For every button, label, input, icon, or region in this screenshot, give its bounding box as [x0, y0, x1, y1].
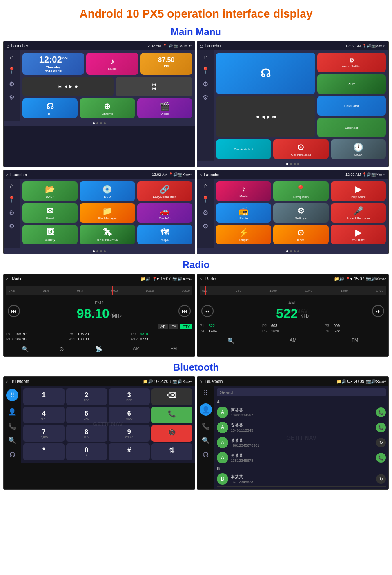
- bt-tile[interactable]: ☊ BT: [22, 98, 78, 118]
- fm-next-btn[interactable]: ⏭: [178, 305, 191, 317]
- radio-tile[interactable]: 87.50 FM ~~~~~: [140, 53, 192, 75]
- bt-dialer-home[interactable]: ⌂: [6, 379, 9, 384]
- bt-contacts-person-icon[interactable]: 👤: [200, 403, 212, 416]
- sidebar-sliders[interactable]: ⚙: [9, 80, 15, 88]
- am-am-btn[interactable]: AM: [290, 338, 296, 344]
- youtube-tile[interactable]: ▶ YouTube: [331, 225, 386, 244]
- sidebar-2-eq[interactable]: ⚙: [203, 80, 208, 88]
- home-3[interactable]: ⌂: [6, 172, 9, 177]
- dial-7[interactable]: 7 PQRS: [23, 425, 65, 442]
- dial-call-btn[interactable]: 📞: [151, 407, 193, 423]
- contact-5-refresh[interactable]: ↻: [376, 474, 386, 484]
- fm-prev-btn[interactable]: ⏮: [8, 305, 20, 317]
- home-4[interactable]: ⌂: [200, 172, 202, 177]
- am-next-btn[interactable]: ⏭: [372, 305, 384, 317]
- music-tile-4[interactable]: ♪ Music: [216, 181, 271, 201]
- skip-fwd-icon[interactable]: ⏭: [75, 85, 78, 89]
- close-icon[interactable]: ✕: [180, 44, 183, 48]
- home-icon[interactable]: ⌂: [6, 43, 9, 49]
- clock-tile[interactable]: 12:02AM Thursday 2016-08-18: [22, 53, 84, 75]
- calendar-tile[interactable]: Calendar: [317, 118, 386, 137]
- email-tile[interactable]: ✉ Email: [22, 203, 78, 223]
- bt-contacts-bt-icon[interactable]: ☊: [203, 451, 209, 459]
- carinfo-tile[interactable]: 🚗 Car Info: [137, 203, 192, 223]
- easy-tile[interactable]: 🔗 EasyConnection: [137, 181, 192, 201]
- bt-big-tile[interactable]: ☊: [216, 53, 315, 94]
- fm-fm-btn[interactable]: FM: [170, 346, 177, 352]
- filemgr-tile[interactable]: 📁 File Manager: [80, 203, 135, 223]
- dial-end-btn[interactable]: 📵: [151, 425, 193, 442]
- dial-8[interactable]: 8 TUV: [66, 425, 107, 442]
- bt-contacts-icon[interactable]: 👤: [8, 408, 16, 416]
- dial-extra[interactable]: ⇅: [151, 443, 193, 460]
- sidebar-home[interactable]: ⌂: [10, 54, 14, 61]
- dial-5[interactable]: 5 JKL: [66, 407, 107, 423]
- dial-2[interactable]: 2 ABC: [66, 388, 107, 405]
- dvd-tile[interactable]: 💿 DVD: [80, 181, 135, 201]
- back-icon[interactable]: ↩: [189, 44, 192, 48]
- bt-calls-icon[interactable]: 📞: [8, 422, 16, 430]
- fm-am-btn[interactable]: AM: [133, 346, 140, 352]
- dial-6[interactable]: 6 MNO: [109, 407, 150, 423]
- contact-2-call[interactable]: 📞: [376, 423, 386, 432]
- sidebar-2-home[interactable]: ⌂: [203, 54, 207, 61]
- dial-backspace[interactable]: ⌫: [151, 388, 193, 405]
- aux-tile[interactable]: AUX: [317, 74, 386, 94]
- soundrec-tile[interactable]: 🎤 Sound Recorder: [331, 203, 386, 223]
- bt-search-icon-side[interactable]: 🔍: [8, 436, 16, 444]
- sidebar-2-settings[interactable]: ⚙: [203, 94, 208, 101]
- dial-9[interactable]: 9 WXYZ: [109, 425, 150, 442]
- bt-contacts-calls-icon[interactable]: 📞: [202, 422, 210, 430]
- dab-tile[interactable]: 📂 DAB+: [22, 181, 78, 201]
- skip-back-icon[interactable]: ⏮: [58, 85, 62, 89]
- calc-tile[interactable]: Calculator: [317, 96, 386, 116]
- media-controls-tile[interactable]: ⏮ ◀ ▶ ⏭: [22, 77, 114, 96]
- settings-tile[interactable]: ⚙ Settings: [273, 203, 328, 223]
- prev-icon[interactable]: ◀: [64, 85, 67, 89]
- fm-scan-btn[interactable]: 📡: [95, 346, 102, 352]
- sidebar-2-loc[interactable]: 📍: [201, 67, 209, 74]
- contact-1-call[interactable]: 📞: [376, 407, 386, 417]
- car-assist-tile[interactable]: Car Assistant: [216, 139, 271, 159]
- fm-loop-btn[interactable]: ⊙: [59, 346, 64, 352]
- am-fm-btn[interactable]: FM: [352, 338, 358, 344]
- nav-tile[interactable]: 📍 Navigation: [273, 181, 328, 201]
- controls2[interactable]: ⏮⏭: [116, 77, 192, 96]
- maps-tile[interactable]: 🗺 Maps: [137, 225, 192, 244]
- dial-4[interactable]: 4 GHI: [23, 407, 65, 423]
- contact-3-refresh[interactable]: ↻: [376, 438, 386, 447]
- dial-0[interactable]: 0 +: [66, 443, 107, 460]
- car-float-tile[interactable]: ⊙ Car Float Ball: [273, 139, 328, 159]
- gallery-tile[interactable]: 🖼 Gallery: [22, 225, 78, 244]
- bt-bt-icon[interactable]: ☊: [9, 451, 15, 459]
- music-tile[interactable]: ♪ Music: [86, 53, 138, 75]
- tpms-tile[interactable]: ⊙ TPMS: [273, 225, 328, 244]
- radio2-tile[interactable]: 📻 Radio: [216, 203, 271, 223]
- chrome-tile[interactable]: ⊕ Chrome: [80, 98, 135, 118]
- video-tile[interactable]: 🎬 Video: [137, 98, 192, 118]
- playstore-tile[interactable]: ▶ Play Store: [331, 181, 386, 201]
- home-icon-2[interactable]: ⌂: [200, 43, 203, 49]
- bt-contacts-search-icon[interactable]: 🔍: [202, 436, 210, 444]
- bt-dialpad-icon[interactable]: ⠿: [6, 389, 18, 401]
- ta-btn[interactable]: TA: [169, 324, 179, 329]
- contacts-search-bar[interactable]: Search: [217, 388, 386, 396]
- sidebar-settings[interactable]: ⚙: [9, 94, 15, 101]
- contact-4-call[interactable]: 📞: [376, 453, 386, 463]
- dial-1[interactable]: 1: [23, 388, 65, 405]
- radio-am-home[interactable]: ⌂: [200, 277, 202, 281]
- pty-btn[interactable]: PTY: [180, 324, 192, 329]
- dial-3[interactable]: 3 DEF: [109, 388, 150, 405]
- dial-hash[interactable]: #: [109, 443, 150, 460]
- gps-tile[interactable]: 🛰 GPS Test Plus: [80, 225, 135, 244]
- media-ctrl-2[interactable]: ⏮◀▶⏭: [216, 96, 315, 137]
- torque-tile[interactable]: ⚡ Torque: [216, 225, 271, 244]
- radio-home[interactable]: ⌂: [6, 277, 9, 281]
- bt-contacts-dialpad-icon[interactable]: ⠿: [203, 389, 208, 397]
- am-search-btn[interactable]: 🔍: [227, 338, 234, 344]
- sidebar-location[interactable]: 📍: [8, 67, 16, 74]
- dial-star[interactable]: *: [23, 443, 65, 460]
- bt-contacts-home[interactable]: ⌂: [200, 379, 202, 384]
- af-btn[interactable]: AF: [158, 324, 168, 329]
- window-icon[interactable]: ▭: [184, 44, 188, 48]
